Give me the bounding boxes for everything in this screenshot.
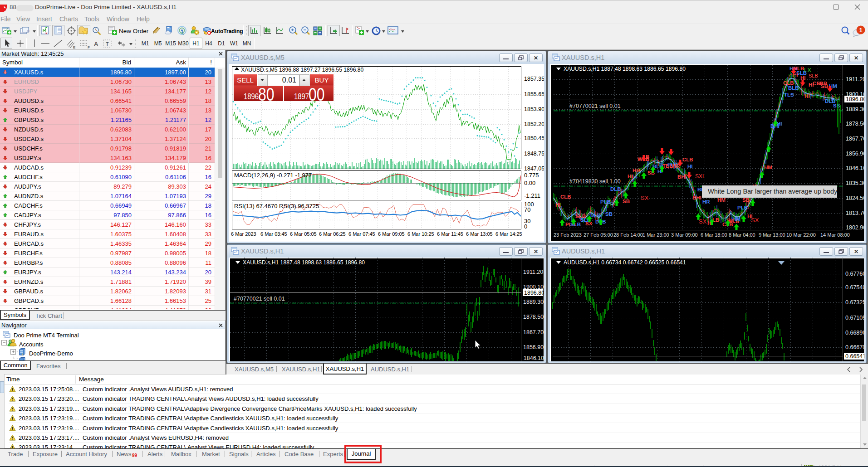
svg-text:PLB: PLB <box>600 199 611 204</box>
svg-text:1848.75: 1848.75 <box>524 151 544 157</box>
svg-text:1878.50: 1878.50 <box>846 121 864 127</box>
svg-text:BLB: BLB <box>788 85 799 91</box>
svg-text:SXL: SXL <box>695 173 706 180</box>
svg-text:RSI(13) 67.4670 RSI(3) 96.372: RSI(13) 67.4670 RSI(3) 96.3725 <box>234 203 319 209</box>
svg-text:HR: HR <box>633 168 640 173</box>
svg-text:1813.70: 1813.70 <box>846 210 864 216</box>
svg-text:DLB: DLB <box>590 213 601 218</box>
svg-text:1867.70: 1867.70 <box>523 329 544 336</box>
svg-text:HI: HI <box>555 202 561 208</box>
svg-text:MACD(12,26,9) -0.271 -1.977: MACD(12,26,9) -0.271 -1.977 <box>234 172 312 179</box>
svg-text:SB: SB <box>742 197 750 203</box>
svg-text:0.66890: 0.66890 <box>845 330 864 336</box>
svg-text:SX: SX <box>699 218 707 225</box>
svg-text:TLS: TLS <box>784 92 794 97</box>
svg-text:SX: SX <box>751 217 759 224</box>
svg-text:T: T <box>106 41 109 47</box>
svg-text:14 Mar 08:00: 14 Mar 08:00 <box>820 232 850 238</box>
svg-text:6 Mar 09:05: 6 Mar 09:05 <box>378 231 405 237</box>
svg-text:0.66670: 0.66670 <box>845 344 864 350</box>
svg-text:HI: HI <box>687 164 693 169</box>
svg-text:1911.20: 1911.20 <box>846 76 864 83</box>
svg-text:SB: SB <box>821 83 828 89</box>
svg-text:6 Mar 13:05: 6 Mar 13:05 <box>466 231 493 237</box>
svg-text:CLB: CLB <box>560 194 571 199</box>
svg-text:8 Mar 04:00: 8 Mar 04:00 <box>729 232 755 238</box>
svg-text:6 Mar 18:00: 6 Mar 18:00 <box>701 232 727 238</box>
svg-text:SB: SB <box>623 199 630 204</box>
svg-text:1911.20: 1911.20 <box>523 269 543 275</box>
svg-text:0: 0 <box>524 223 527 230</box>
svg-text:1850.45: 1850.45 <box>524 135 544 141</box>
svg-text:1867.70: 1867.70 <box>846 136 864 142</box>
svg-text:XAUUSD.s,H1 1887.48 1898.63 1: XAUUSD.s,H1 1887.48 1898.63 1886.65 1896… <box>243 259 365 266</box>
svg-text:0.775: 0.775 <box>524 172 539 179</box>
svg-text:DLB: DLB <box>610 186 621 192</box>
svg-text:1896.80: 1896.80 <box>846 96 864 102</box>
svg-text:LX: LX <box>804 67 811 73</box>
svg-text:1900.10: 1900.10 <box>523 284 544 290</box>
svg-text:3 Mar 09:00: 3 Mar 09:00 <box>671 232 698 238</box>
svg-text:BHI: BHI <box>677 174 687 180</box>
svg-text:6 Mar 14:25: 6 Mar 14:25 <box>495 231 522 237</box>
svg-text:10 Mar 22:00: 10 Mar 22:00 <box>786 232 816 238</box>
svg-text:White Long Bar larger than ave: White Long Bar larger than average up bo… <box>708 188 838 195</box>
svg-text:XAUUSD.s,M5 1896.88 1897.27 1: XAUUSD.s,M5 1896.88 1897.27 1896.55 1896… <box>241 67 364 73</box>
svg-text:1824.50: 1824.50 <box>846 195 864 201</box>
svg-text:1853.90: 1853.90 <box>524 106 544 112</box>
svg-text:1856.90: 1856.90 <box>846 151 864 157</box>
svg-text:6 Mar 05:05: 6 Mar 05:05 <box>290 231 317 237</box>
svg-text:70: 70 <box>524 206 530 213</box>
svg-text:0.67760: 0.67760 <box>845 271 864 277</box>
svg-text:CLB: CLB <box>682 157 693 162</box>
svg-text:1802.90: 1802.90 <box>846 224 864 231</box>
svg-text:BHI: BHI <box>692 195 701 200</box>
svg-text:HI: HI <box>777 121 782 126</box>
svg-text:F: F <box>88 45 90 49</box>
svg-text:1835.30: 1835.30 <box>846 180 864 186</box>
svg-text:#70770021 sell 0.01: #70770021 sell 0.01 <box>234 296 285 302</box>
svg-text:1852.20: 1852.20 <box>524 121 544 127</box>
svg-text:0.66541: 0.66541 <box>845 353 864 360</box>
svg-text:SLB: SLB <box>570 222 581 227</box>
svg-text:SLB: SLB <box>809 73 818 78</box>
svg-text:1846.10: 1846.10 <box>524 355 544 361</box>
svg-text:SB: SB <box>605 211 613 217</box>
svg-text:27 Feb 05:00: 27 Feb 05:00 <box>584 232 613 238</box>
svg-text:0.67540: 0.67540 <box>845 284 864 291</box>
svg-text:1889.30: 1889.30 <box>523 299 544 305</box>
svg-text:6 Mar 03:45: 6 Mar 03:45 <box>260 231 287 237</box>
svg-text:-1.211: -1.211 <box>524 192 540 199</box>
svg-text:SX: SX <box>641 195 649 201</box>
svg-text:PLB: PLB <box>737 205 748 210</box>
svg-text:0.00: 0.00 <box>524 180 535 186</box>
svg-text:HR: HR <box>702 199 710 204</box>
svg-text:1 Mar 23:00: 1 Mar 23:00 <box>642 232 669 238</box>
svg-text:6 Mar 11:45: 6 Mar 11:45 <box>437 231 463 237</box>
svg-text:0.67105: 0.67105 <box>845 315 864 321</box>
svg-text:1856.90: 1856.90 <box>523 344 544 350</box>
svg-text:#70770021 sell 0.01: #70770021 sell 0.01 <box>569 103 621 109</box>
svg-text:AUDUSD.s,H1 0.66734 0.66742 0: AUDUSD.s,H1 0.66734 0.66742 0.66525 0.66… <box>564 259 686 266</box>
svg-text:#70419830 sell 1.00: #70419830 sell 1.00 <box>569 178 621 185</box>
svg-text:1847.05: 1847.05 <box>524 165 544 172</box>
svg-text:HI: HI <box>628 174 633 179</box>
svg-text:1896.80: 1896.80 <box>524 290 544 296</box>
svg-text:1857.35: 1857.35 <box>524 76 544 82</box>
svg-text:HM: HM <box>717 197 726 203</box>
svg-text:E: E <box>73 45 75 49</box>
svg-text:6 Mar 2023: 6 Mar 2023 <box>231 231 256 237</box>
svg-text:9 Mar 13:00: 9 Mar 13:00 <box>759 232 785 238</box>
svg-text:1889.30: 1889.30 <box>846 106 864 112</box>
svg-text:HI: HI <box>804 93 810 99</box>
svg-text:0.67325: 0.67325 <box>845 299 864 306</box>
svg-text:1855.65: 1855.65 <box>524 91 544 97</box>
svg-text:28 Feb 14:00: 28 Feb 14:00 <box>613 232 643 238</box>
svg-text:6 Mar 10:25: 6 Mar 10:25 <box>407 231 434 237</box>
svg-text:23 Feb 2023: 23 Feb 2023 <box>554 232 582 238</box>
svg-text:1: 1 <box>859 27 862 34</box>
svg-text:1846.10: 1846.10 <box>846 165 864 171</box>
svg-text:1878.50: 1878.50 <box>523 314 544 320</box>
svg-text:6 Mar 07:45: 6 Mar 07:45 <box>348 231 375 237</box>
svg-text:XAUUSD.s,H1 1887.48 1898.63 1: XAUUSD.s,H1 1887.48 1898.63 1886.65 1896… <box>564 66 686 72</box>
